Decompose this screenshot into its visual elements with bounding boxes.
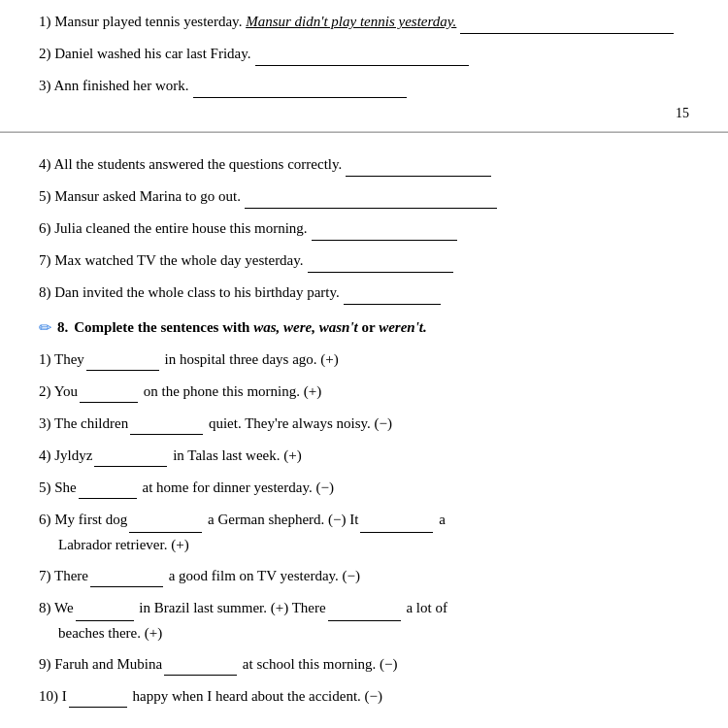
strikethrough-text: Mansur didn't play tennis yesterday. (246, 14, 456, 29)
item-text: 7) There (39, 568, 88, 583)
item-text: 3) The children (39, 415, 128, 431)
answer-blank (129, 507, 202, 533)
answer-blank (76, 595, 134, 621)
answer-blank (344, 281, 441, 305)
list-item: 4) Jyldyz in Talas last week. (+) (39, 443, 689, 467)
list-item: 1) Mansur played tennis yesterday. Mansu… (39, 10, 689, 34)
item-text: 6) My first dog (39, 512, 127, 527)
list-item: 3) The children quiet. They're always no… (39, 411, 689, 435)
list-item: 5) Mansur asked Marina to go out. (39, 184, 689, 209)
list-item: 6) Julia cleaned the entire house this m… (39, 216, 689, 241)
item-text: quiet. They're always noisy. (−) (205, 415, 392, 431)
answer-blank (86, 347, 159, 371)
item-text: a German shepherd. (−) It (204, 512, 358, 527)
top-section: 1) Mansur played tennis yesterday. Mansu… (0, 0, 728, 132)
answer-blank (245, 184, 497, 209)
answer-blank (79, 475, 137, 499)
list-item: 5) She at home for dinner yesterday. (−) (39, 475, 689, 499)
list-item: 7) Max watched TV the whole day yesterda… (39, 248, 689, 273)
item-text: 4) All the students answered the questio… (39, 156, 342, 172)
list-item: 7) There a good film on TV yesterday. (−… (39, 563, 689, 587)
list-item: 2) Daniel washed his car last Friday. (39, 42, 689, 66)
answer-blank (360, 507, 433, 533)
list-item: 8) We in Brazil last summer. (+) There a… (39, 595, 689, 645)
item-prefix: 1) Mansur played tennis yesterday. (39, 14, 246, 29)
item-text: 2) You (39, 383, 78, 399)
item-text: 5) She (39, 480, 77, 495)
list-item: 1) They in hospital three days ago. (+) (39, 347, 689, 371)
answer-blank (346, 152, 491, 177)
item-text: 6) Julia cleaned the entire house this m… (39, 220, 308, 236)
pencil-icon: ✏ (39, 318, 51, 337)
exercise-instruction: Complete the sentences with was, were, w… (74, 319, 426, 336)
item-text: a (435, 512, 445, 527)
answer-blank (90, 563, 163, 587)
item-text: 3) Ann finished her work. (39, 78, 189, 93)
answer-blank (312, 216, 457, 241)
item-text: 4) Jyldyz (39, 447, 92, 463)
answer-blank (130, 411, 203, 435)
list-item: 3) Ann finished her work. (39, 74, 689, 98)
list-item: 4) All the students answered the questio… (39, 152, 689, 177)
item-text: on the phone this morning. (+) (140, 383, 321, 399)
bottom-section: 4) All the students answered the questio… (0, 133, 728, 728)
answer-blank (328, 595, 401, 621)
item-text: 9) Faruh and Mubina (39, 656, 162, 672)
item-text: 10) I (39, 688, 67, 704)
item-text: in Brazil last summer. (+) There (136, 600, 326, 615)
item-text: a good film on TV yesterday. (−) (165, 568, 360, 583)
item-text: at school this morning. (−) (239, 656, 397, 672)
list-item: 2) You on the phone this morning. (+) (39, 379, 689, 403)
answer-blank (69, 683, 127, 708)
page-number: 15 (39, 106, 689, 121)
item-text-continued: beaches there. (+) (58, 625, 162, 641)
item-text: 2) Daniel washed his car last Friday. (39, 46, 251, 61)
item-text: at home for dinner yesterday. (−) (139, 480, 334, 495)
list-item: 10) I happy when I heard about the accid… (39, 683, 689, 708)
item-text: 1) They (39, 351, 84, 367)
answer-blank (164, 651, 237, 676)
answer-blank (94, 443, 167, 467)
exercise-group-top: 4) All the students answered the questio… (39, 152, 689, 305)
item-text: 8) We (39, 600, 74, 615)
answer-blank (80, 379, 138, 403)
exercise-number: 8. (57, 319, 68, 336)
item-text: 7) Max watched TV the whole day yesterda… (39, 252, 304, 268)
item-text: happy when I heard about the accident. (… (129, 688, 382, 704)
list-item: 6) My first dog a German shepherd. (−) I… (39, 507, 689, 557)
item-text-continued: Labrador retriever. (+) (58, 537, 189, 552)
answer-blank (460, 10, 674, 34)
list-item: 9) Faruh and Mubina at school this morni… (39, 651, 689, 676)
item-text: in Talas last week. (+) (169, 447, 301, 463)
answer-blank (255, 42, 469, 66)
list-item: 8) Dan invited the whole class to his bi… (39, 281, 689, 305)
item-text: in hospital three days ago. (+) (161, 351, 339, 367)
item-text: a lot of (403, 600, 447, 615)
answer-blank (308, 248, 453, 273)
exercise-8-list: 1) They in hospital three days ago. (+) … (39, 347, 689, 708)
exercise-8-header: ✏ 8. Complete the sentences with was, we… (39, 318, 689, 337)
item-text: 5) Mansur asked Marina to go out. (39, 188, 241, 204)
item-text: 8) Dan invited the whole class to his bi… (39, 284, 340, 300)
answer-blank (193, 74, 407, 98)
